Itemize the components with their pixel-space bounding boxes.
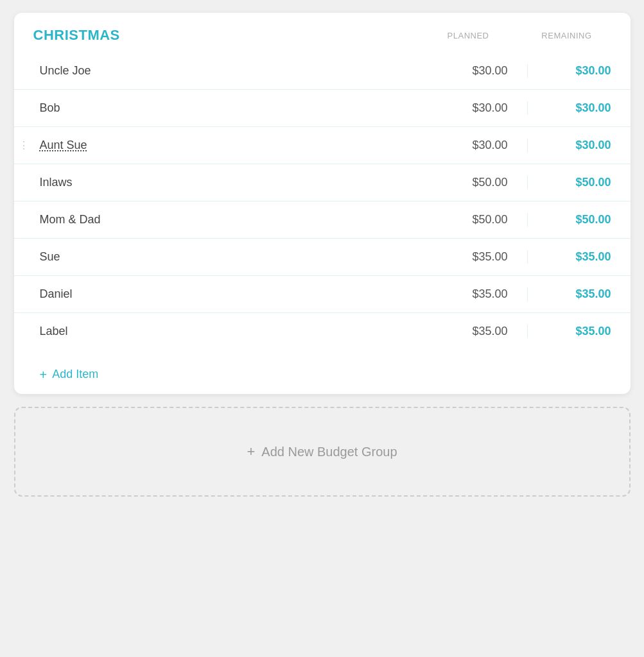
table-row[interactable]: Mom & Dad$50.00$50.00	[14, 201, 631, 239]
row-label: Mom & Dad	[33, 213, 425, 226]
add-item-icon: +	[40, 368, 48, 381]
row-remaining-amount: $50.00	[528, 213, 631, 226]
row-planned-amount: $50.00	[425, 213, 528, 226]
table-row[interactable]: Sue$35.00$35.00	[14, 239, 631, 276]
row-remaining-amount: $30.00	[528, 139, 631, 152]
card-title: CHRISTMAS	[33, 27, 406, 44]
row-label: Daniel	[33, 287, 425, 301]
row-label: Uncle Joe	[33, 64, 425, 78]
table-row[interactable]: Daniel$35.00$35.00	[14, 276, 631, 313]
table-row[interactable]: Bob$30.00$30.00	[14, 90, 631, 127]
table-row[interactable]: Label$35.00$35.00	[14, 313, 631, 350]
row-remaining-amount: $30.00	[528, 64, 631, 78]
row-label: Label	[33, 325, 425, 338]
row-planned-amount: $35.00	[425, 325, 528, 338]
add-item-button[interactable]: + Add Item	[14, 356, 631, 394]
table-body: Uncle Joe$30.00$30.00Bob$30.00$30.00⋮Aun…	[14, 53, 631, 356]
card-header: CHRISTMAS PLANNED REMAINING	[14, 13, 631, 53]
column-header-planned: PLANNED	[406, 31, 509, 40]
table-row[interactable]: Uncle Joe$30.00$30.00	[14, 53, 631, 90]
add-budget-group-button[interactable]: + Add New Budget Group	[14, 407, 631, 497]
add-group-icon: +	[247, 443, 255, 460]
row-planned-amount: $30.00	[425, 139, 528, 152]
row-planned-amount: $35.00	[425, 287, 528, 301]
page-wrapper: CHRISTMAS PLANNED REMAINING Uncle Joe$30…	[14, 13, 631, 497]
table-row[interactable]: ⋮Aunt Sue$30.00$30.00	[14, 127, 631, 164]
row-label: Aunt Sue	[33, 139, 425, 152]
row-label: Inlaws	[33, 176, 425, 189]
add-item-label: Add Item	[52, 368, 98, 381]
row-remaining-amount: $50.00	[528, 176, 631, 189]
table-row[interactable]: Inlaws$50.00$50.00	[14, 164, 631, 201]
row-planned-amount: $35.00	[425, 250, 528, 264]
row-remaining-amount: $35.00	[528, 325, 631, 338]
add-group-label: Add New Budget Group	[261, 445, 397, 459]
row-label: Bob	[33, 101, 425, 115]
row-remaining-amount: $30.00	[528, 101, 631, 115]
row-remaining-amount: $35.00	[528, 250, 631, 264]
drag-handle-icon[interactable]: ⋮	[14, 139, 33, 151]
christmas-budget-card: CHRISTMAS PLANNED REMAINING Uncle Joe$30…	[14, 13, 631, 394]
row-planned-amount: $50.00	[425, 176, 528, 189]
row-planned-amount: $30.00	[425, 101, 528, 115]
row-planned-amount: $30.00	[425, 64, 528, 78]
row-remaining-amount: $35.00	[528, 287, 631, 301]
row-label: Sue	[33, 250, 425, 264]
column-header-remaining: REMAINING	[509, 31, 611, 40]
